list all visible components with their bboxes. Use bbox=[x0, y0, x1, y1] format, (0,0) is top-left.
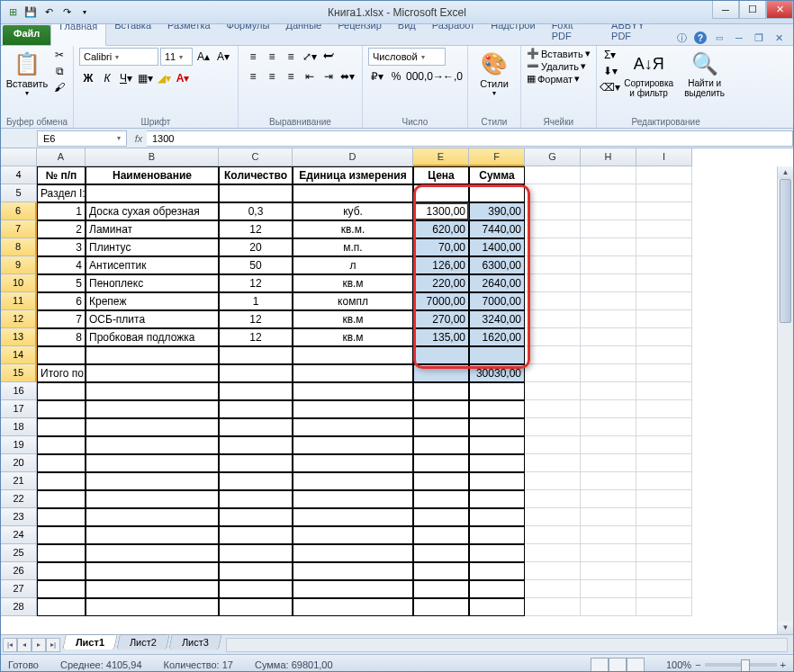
cell[interactable] bbox=[293, 508, 413, 526]
number-format-combo[interactable]: Числовой▾ bbox=[368, 48, 446, 66]
tab-nav-next-icon[interactable]: ▸ bbox=[32, 638, 46, 652]
cell[interactable] bbox=[469, 454, 525, 472]
cell[interactable] bbox=[413, 436, 469, 454]
column-header[interactable]: F bbox=[469, 148, 525, 166]
cell[interactable] bbox=[219, 184, 293, 202]
align-middle-icon[interactable]: ≡ bbox=[263, 48, 281, 66]
insert-cells-button[interactable]: ➕Вставить ▾ bbox=[527, 48, 591, 59]
cell[interactable] bbox=[219, 364, 293, 382]
close-button[interactable]: ✕ bbox=[766, 1, 793, 19]
cell[interactable] bbox=[413, 184, 469, 202]
row-header[interactable]: 8 bbox=[1, 238, 37, 256]
cell[interactable] bbox=[219, 418, 293, 436]
cell[interactable] bbox=[581, 310, 636, 328]
align-right-icon[interactable]: ≡ bbox=[282, 67, 300, 85]
cell[interactable]: Итого по материалам bbox=[37, 364, 86, 382]
cell[interactable] bbox=[413, 382, 469, 400]
cell[interactable] bbox=[469, 490, 525, 508]
border-icon[interactable]: ▦▾ bbox=[136, 69, 154, 87]
cell[interactable] bbox=[581, 328, 636, 346]
cell[interactable]: Пробковая подложка bbox=[86, 328, 219, 346]
mdi-restore-icon[interactable]: ❐ bbox=[752, 31, 766, 45]
cell[interactable] bbox=[525, 580, 581, 598]
fill-icon[interactable]: ⬇▾ bbox=[602, 64, 618, 78]
cell[interactable] bbox=[37, 382, 86, 400]
cell[interactable] bbox=[86, 418, 219, 436]
qat-dropdown-icon[interactable]: ▾ bbox=[77, 4, 93, 21]
cell[interactable] bbox=[469, 580, 525, 598]
cell[interactable] bbox=[219, 490, 293, 508]
cell[interactable] bbox=[525, 364, 581, 382]
cell[interactable] bbox=[525, 472, 581, 490]
fill-color-icon[interactable]: ◢▾ bbox=[155, 69, 173, 87]
bold-icon[interactable]: Ж bbox=[79, 69, 97, 87]
name-box[interactable]: E6▾ bbox=[37, 130, 127, 147]
cell[interactable] bbox=[469, 400, 525, 418]
cell[interactable]: 30030,00 bbox=[469, 364, 525, 382]
cell[interactable] bbox=[86, 364, 219, 382]
cell[interactable] bbox=[525, 418, 581, 436]
cell[interactable] bbox=[525, 400, 581, 418]
cell[interactable]: Ламинат bbox=[86, 220, 219, 238]
merge-icon[interactable]: ⬌▾ bbox=[338, 67, 356, 85]
cell[interactable]: Наименование bbox=[86, 166, 219, 184]
cell[interactable] bbox=[37, 472, 86, 490]
help-icon[interactable]: ? bbox=[694, 31, 707, 44]
cell[interactable] bbox=[525, 202, 581, 220]
cell[interactable] bbox=[636, 292, 692, 310]
cell[interactable] bbox=[636, 256, 692, 274]
select-all-corner[interactable] bbox=[1, 148, 37, 166]
cell[interactable] bbox=[525, 184, 581, 202]
align-center-icon[interactable]: ≡ bbox=[263, 67, 281, 85]
cell[interactable] bbox=[525, 274, 581, 292]
indent-dec-icon[interactable]: ⇤ bbox=[301, 67, 319, 85]
cell[interactable] bbox=[525, 454, 581, 472]
tab-nav-prev-icon[interactable]: ◂ bbox=[17, 638, 32, 652]
cell[interactable]: 620,00 bbox=[413, 220, 469, 238]
cell[interactable]: 270,00 bbox=[413, 310, 469, 328]
minimize-ribbon-icon[interactable]: ⓘ bbox=[674, 31, 689, 45]
cell[interactable] bbox=[581, 292, 636, 310]
cell[interactable] bbox=[581, 274, 636, 292]
cell[interactable] bbox=[37, 454, 86, 472]
cell[interactable]: 126,00 bbox=[413, 256, 469, 274]
normal-view-icon[interactable] bbox=[591, 658, 609, 672]
cell[interactable] bbox=[581, 472, 636, 490]
wrap-text-icon[interactable]: ⮨ bbox=[320, 48, 338, 66]
cell[interactable] bbox=[86, 526, 219, 544]
cell[interactable] bbox=[86, 598, 219, 616]
page-layout-view-icon[interactable] bbox=[609, 658, 627, 672]
horizontal-scrollbar[interactable] bbox=[226, 638, 788, 652]
cell[interactable] bbox=[37, 490, 86, 508]
cell[interactable] bbox=[293, 490, 413, 508]
column-header[interactable]: H bbox=[581, 148, 636, 166]
cell[interactable] bbox=[86, 472, 219, 490]
maximize-button[interactable]: ☐ bbox=[739, 1, 766, 19]
cell[interactable]: 20 bbox=[219, 238, 293, 256]
cell[interactable]: Антисептик bbox=[86, 256, 219, 274]
cell[interactable]: 70,00 bbox=[413, 238, 469, 256]
cell[interactable]: Единица измерения bbox=[293, 166, 413, 184]
cell[interactable] bbox=[469, 184, 525, 202]
cell[interactable] bbox=[413, 508, 469, 526]
cell[interactable] bbox=[636, 472, 692, 490]
cell[interactable] bbox=[413, 364, 469, 382]
worksheet-grid[interactable]: ABCDEFGHI 4№ п/пНаименованиеКоличествоЕд… bbox=[1, 148, 793, 634]
cell[interactable] bbox=[581, 490, 636, 508]
row-header[interactable]: 15 bbox=[1, 364, 37, 382]
cell[interactable]: 2640,00 bbox=[469, 274, 525, 292]
autosum-icon[interactable]: Σ▾ bbox=[602, 48, 618, 62]
cell[interactable] bbox=[636, 364, 692, 382]
cell[interactable] bbox=[86, 184, 219, 202]
cell[interactable] bbox=[636, 346, 692, 364]
cell[interactable]: 50 bbox=[219, 256, 293, 274]
cell[interactable] bbox=[293, 526, 413, 544]
sheet-tab[interactable]: Лист1 bbox=[62, 634, 118, 650]
inc-decimal-icon[interactable]: ,0→ bbox=[425, 67, 443, 85]
cell[interactable] bbox=[293, 382, 413, 400]
cell[interactable] bbox=[636, 436, 692, 454]
row-header[interactable]: 5 bbox=[1, 184, 37, 202]
cell[interactable] bbox=[413, 472, 469, 490]
cell[interactable] bbox=[86, 382, 219, 400]
cell[interactable]: Раздел I: Затраты на материалы bbox=[37, 184, 86, 202]
